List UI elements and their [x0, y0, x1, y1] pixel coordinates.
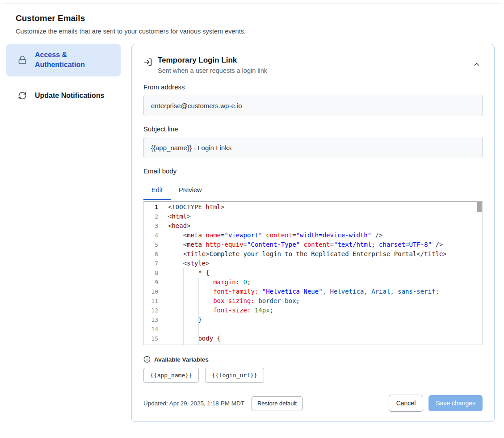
tab-edit[interactable]: Edit	[143, 181, 171, 200]
sidebar-item-label: Update Notifications	[35, 91, 105, 101]
panel-header: Temporary Login Link Sent when a user re…	[143, 56, 483, 74]
line-number: 4	[144, 231, 158, 240]
variable-chip-app-name[interactable]: {{app_name}}	[143, 368, 199, 383]
subject-line-input[interactable]	[143, 137, 483, 158]
line-number: 10	[144, 287, 158, 296]
email-template-panel: Temporary Login Link Sent when a user re…	[131, 44, 495, 422]
available-variables-label: Available Variables	[154, 356, 209, 363]
updated-timestamp: Updated: Apr 29, 2025, 1:18 PM MDT	[143, 400, 244, 407]
code-line[interactable]: 7 <style>	[144, 259, 482, 268]
variable-chip-login-url[interactable]: {{login_url}}	[205, 368, 264, 383]
available-variables-header: Available Variables	[143, 356, 483, 363]
code-line[interactable]: 6 <title>Complete your login to the Repl…	[144, 249, 482, 259]
content-area: Access & Authentication Update Notificat…	[6, 44, 495, 422]
collapse-button[interactable]	[471, 59, 483, 72]
cancel-button[interactable]: Cancel	[389, 395, 424, 412]
line-number: 13	[144, 315, 158, 324]
lock-icon	[18, 55, 27, 64]
panel-title: Temporary Login Link	[158, 56, 466, 65]
line-number: 3	[144, 221, 158, 231]
from-address-label: From address	[143, 83, 483, 91]
line-number: 11	[144, 296, 158, 306]
code-line[interactable]: 3<head>	[144, 221, 482, 231]
code-line[interactable]: 15 body {	[144, 334, 482, 343]
chevron-up-icon	[473, 60, 481, 70]
info-icon	[143, 356, 151, 363]
sidebar: Access & Authentication Update Notificat…	[6, 44, 121, 107]
code-line[interactable]: 9 margin: 0;	[144, 278, 482, 287]
variable-chips: {{app_name}} {{login_url}}	[143, 368, 483, 383]
editor-tabs: Edit Preview	[143, 181, 483, 200]
sidebar-item-label: Access & Authentication	[35, 50, 113, 70]
code-line[interactable]: 16 background-color: #f8f8f8;	[144, 343, 482, 345]
editor-scrollbar[interactable]	[477, 202, 482, 212]
subject-line-label: Subject line	[143, 125, 483, 133]
line-number: 12	[144, 306, 158, 315]
restore-default-button[interactable]: Restore default	[252, 396, 302, 410]
line-number: 2	[144, 212, 158, 221]
line-number: 7	[144, 259, 158, 268]
sidebar-item-update-notifications[interactable]: Update Notifications	[6, 84, 121, 107]
code-line[interactable]: 10 font-family: "Helvetica Neue", Helvet…	[144, 287, 482, 296]
line-number: 8	[144, 268, 158, 278]
sidebar-item-access-authentication[interactable]: Access & Authentication	[6, 44, 121, 76]
refresh-icon	[18, 91, 27, 100]
panel-titles: Temporary Login Link Sent when a user re…	[158, 56, 466, 74]
code-editor[interactable]: 1<!DOCTYPE html>2<html>3<head>4 <meta na…	[143, 201, 483, 345]
page-header: Customer Emails Customize the emails tha…	[0, 0, 504, 35]
code-line[interactable]: 14	[144, 324, 482, 334]
panel-footer: Updated: Apr 29, 2025, 1:18 PM MDT Resto…	[143, 395, 483, 412]
indent-guide	[183, 268, 184, 345]
top-divider	[4, 4, 500, 4]
line-number: 15	[144, 334, 158, 343]
page-subtitle: Customize the emails that are sent to yo…	[16, 28, 504, 35]
code-line[interactable]: 12 font-size: 14px;	[144, 306, 482, 315]
indent-guide	[198, 278, 199, 345]
from-address-input[interactable]	[143, 95, 483, 116]
panel-subtitle: Sent when a user requests a login link	[158, 67, 466, 74]
line-number: 9	[144, 278, 158, 287]
line-number: 1	[144, 202, 158, 212]
code-line[interactable]: 4 <meta name="viewport" content="width=d…	[144, 231, 482, 240]
line-number: 6	[144, 249, 158, 259]
code-line[interactable]: 13 }	[144, 315, 482, 324]
email-body-label: Email body	[143, 167, 483, 175]
line-number: 16	[144, 343, 158, 345]
code-line[interactable]: 11 box-sizing: border-box;	[144, 296, 482, 306]
tab-preview[interactable]: Preview	[171, 181, 210, 200]
code-line[interactable]: 5 <meta http-equiv="Content-Type" conten…	[144, 240, 482, 249]
line-number: 5	[144, 240, 158, 249]
login-icon	[143, 58, 152, 67]
code-lines: 1<!DOCTYPE html>2<html>3<head>4 <meta na…	[144, 202, 482, 345]
code-line[interactable]: 2<html>	[144, 212, 482, 221]
page-title: Customer Emails	[16, 13, 504, 23]
save-changes-button[interactable]: Save changes	[428, 395, 483, 411]
code-line[interactable]: 8 * {	[144, 268, 482, 278]
code-line[interactable]: 1<!DOCTYPE html>	[144, 202, 482, 212]
line-number: 14	[144, 324, 158, 334]
